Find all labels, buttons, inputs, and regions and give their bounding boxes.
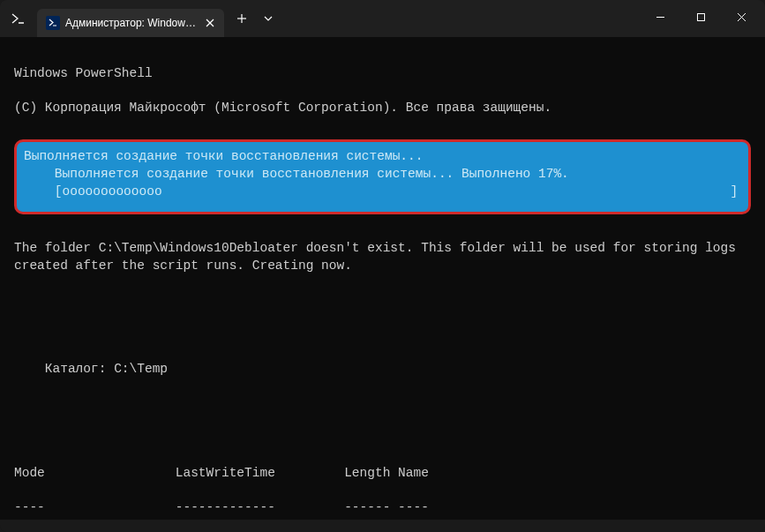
terminal-output[interactable]: Windows PowerShell (C) Корпорация Майкро… <box>0 37 765 520</box>
close-window-button[interactable] <box>721 0 761 34</box>
svg-rect-7 <box>697 13 704 20</box>
progress-status: Выполняется создание точки восстановлени… <box>24 165 741 183</box>
console-line: The folder C:\Temp\Windows10Debloater do… <box>14 240 751 274</box>
console-line: (C) Корпорация Майкрософт (Microsoft Cor… <box>14 100 751 117</box>
console-blank <box>14 292 751 310</box>
console-line: Windows PowerShell <box>14 65 751 83</box>
progress-block: Выполняется создание точки восстановлени… <box>14 139 751 214</box>
progress-title: Выполняется создание точки восстановлени… <box>24 147 741 165</box>
new-tab-button[interactable] <box>228 4 256 33</box>
console-catalog: Каталог: C:\Temp <box>14 361 751 378</box>
table-header: Mode LastWriteTime Length Name <box>14 465 751 483</box>
tab-title: Администратор: Windows Po <box>65 17 198 29</box>
tab-dropdown-button[interactable] <box>256 4 281 33</box>
footer-bar <box>0 520 765 532</box>
progress-bar: [ooooooooooooo ] <box>24 183 741 200</box>
powershell-icon <box>46 16 60 30</box>
console-blank <box>14 430 751 447</box>
tab-strip: Администратор: Windows Po <box>37 0 281 37</box>
table-divider: ---- ------------- ------ ---- <box>14 499 751 517</box>
titlebar: Администратор: Windows Po <box>0 0 765 37</box>
window-controls <box>640 0 761 37</box>
terminal-window: Администратор: Windows Po <box>0 0 765 532</box>
console-blank <box>14 326 751 344</box>
console-blank <box>14 395 751 413</box>
app-icon <box>11 11 26 26</box>
tab-powershell[interactable]: Администратор: Windows Po <box>37 9 224 37</box>
close-tab-button[interactable] <box>203 16 217 30</box>
maximize-button[interactable] <box>680 0 721 34</box>
minimize-button[interactable] <box>640 0 680 34</box>
